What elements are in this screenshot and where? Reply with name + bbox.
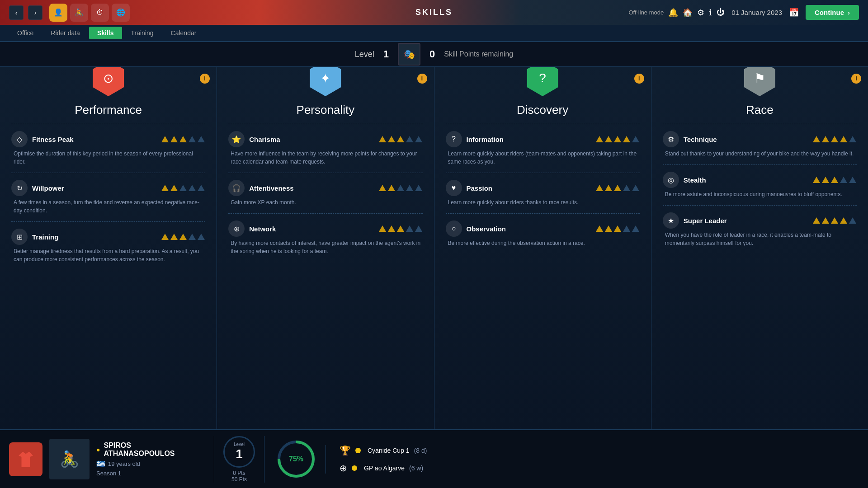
star1 [161,185,169,191]
bell-icon[interactable]: 🔔 [668,8,678,18]
tab-calendar[interactable]: Calendar [163,27,205,39]
star1 [379,136,386,142]
level-bar: Level 1 🎭 0 Skill Points remaining [0,42,868,67]
continue-button[interactable]: Continue › [806,5,859,20]
star2 [170,185,178,191]
gear-icon[interactable]: ⚙ [697,8,704,18]
top-right-area: Off-line mode 🔔 🏠 ⚙ ℹ ⏻ 01 January 2023 … [628,5,859,20]
star5 [415,136,422,142]
willpower-desc: A few times in a season, turn the tide a… [11,198,205,215]
level-progress: Level 1 0 Pts 50 Pts [214,436,264,483]
star1 [596,185,603,191]
tab-skills[interactable]: Skills [89,27,122,39]
charisma-icon: ⭐ [228,131,245,147]
rider-season: Season 1 [96,470,203,477]
race-name-1: Cyanide Cup 1 [368,447,410,454]
star2 [822,177,829,183]
star3 [397,185,404,191]
charisma-name: Charisma [249,136,373,143]
level-number: 1 [383,48,389,60]
personality-title: Personality [228,103,422,117]
yellow-dot-1 [355,448,361,453]
rider-avatar-icon: 🎭 [398,43,420,66]
personality-info-badge[interactable]: i [417,74,427,84]
nav-icon-bike[interactable]: 🚴 [70,4,88,22]
page-title: SKILLS [415,8,453,17]
forward-button[interactable]: › [28,5,42,20]
star1 [813,136,820,142]
personality-card: ✦ i Personality ⭐ Charisma Have more inf… [217,67,434,429]
super-leader-icon: ★ [663,212,679,229]
back-button[interactable]: ‹ [9,5,24,20]
tab-rider-data[interactable]: Rider data [42,27,88,39]
skill-observation: ○ Observation Be more effective during t… [446,221,640,247]
race-date-1: (8 d) [414,447,427,454]
passion-icon: ♥ [446,180,462,196]
training-desc: Better manage tiredness that results fro… [11,247,205,263]
star5 [849,136,856,142]
level-label: Level [355,50,374,59]
star3 [397,136,404,142]
level-circle-num: 1 [236,447,243,461]
discovery-title: Discovery [446,103,640,117]
observation-icon: ○ [446,221,462,237]
star1 [379,225,386,232]
race-item-1: 🏆 Cyanide Cup 1 (8 d) [340,445,427,456]
technique-stars [811,136,857,143]
skill-super-leader: ★ Super Leader When you have the role of… [663,212,857,247]
star4 [840,217,847,224]
star4 [623,225,630,232]
power-icon[interactable]: ⏻ [717,8,725,17]
discovery-card: ? i Discovery ? Information Learn more q… [434,67,651,429]
star5 [198,136,205,142]
rider-flag-icon: 🇬🇷 [96,460,105,468]
skill-information: ? Information Learn more quickly about r… [446,131,640,166]
race-info-badge[interactable]: i [851,74,861,84]
rider-info-section: 🚴 ● SPIROS ATHANASOPOULOS 🇬🇷 19 years ol… [0,436,326,483]
attentiveness-stars [377,184,423,192]
nav-icon-globe[interactable]: 🌐 [112,4,130,22]
star4 [840,177,847,183]
performance-info-badge[interactable]: i [200,74,210,84]
offline-mode-label: Off-line mode [628,9,664,16]
star1 [379,185,386,191]
nav-icon-rider[interactable]: 👤 [49,4,67,22]
race-title: Race [663,103,857,117]
network-desc: By having more contacts of interest, hav… [228,239,422,255]
star5 [198,234,205,240]
fitness-peak-name: Fitness Peak [32,136,156,143]
star1 [161,136,169,142]
tab-training[interactable]: Training [123,27,162,39]
info-icon[interactable]: ℹ [709,8,712,18]
discovery-hex-icon: ? [524,67,561,96]
tab-office[interactable]: Office [9,27,42,39]
star1 [161,234,169,240]
star4 [189,136,196,142]
network-icon: ⊕ [228,221,245,237]
network-stars [377,225,423,232]
trophy-icon: 🏆 [340,445,351,456]
willpower-icon: ↻ [11,180,28,196]
network-name: Network [249,225,373,233]
nav-tabs: Office Rider data Skills Training Calend… [0,25,868,42]
technique-desc: Stand out thanks to your understanding o… [663,150,857,158]
star4 [406,136,413,142]
home-icon[interactable]: 🏠 [683,8,693,18]
information-stars [594,136,640,143]
passion-stars [594,184,640,192]
performance-card: ⊙ i Performance ◇ Fitness Peak Optimise … [0,67,217,429]
discovery-info-badge[interactable]: i [634,74,644,84]
star2 [388,225,395,232]
star1 [596,136,603,142]
nav-icon-clock[interactable]: ⏱ [91,4,109,22]
super-leader-stars [811,217,857,224]
skill-stealth: ◎ Stealth Be more astute and inconspicuo… [663,172,857,198]
calendar-icon[interactable]: 📅 [789,8,799,18]
race-item-2: ⊕ GP ao Algarve (6 w) [340,463,427,474]
star3 [179,234,187,240]
attentiveness-name: Attentiveness [249,184,373,192]
skill-cards-area: ⊙ i Performance ◇ Fitness Peak Optimise … [0,67,868,429]
level-circle: Level 1 [223,436,255,468]
personality-hex-icon: ✦ [307,67,344,96]
skill-charisma: ⭐ Charisma Have more influence in the te… [228,131,422,166]
